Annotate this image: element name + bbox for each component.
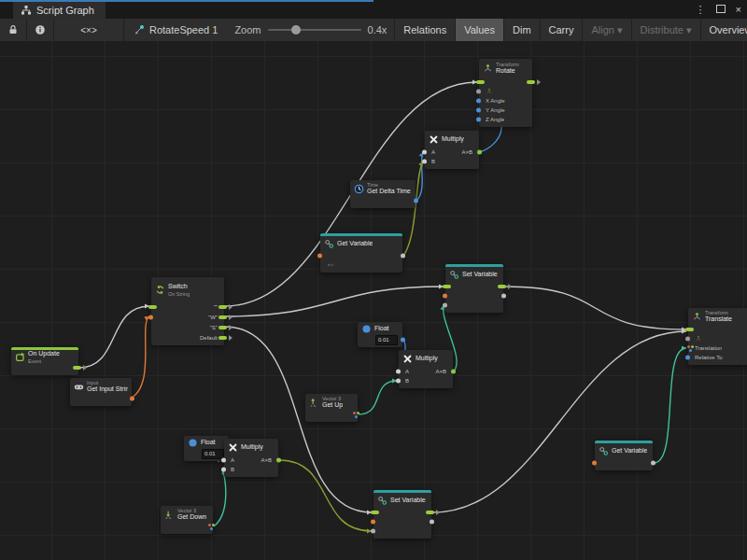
input-port-dot[interactable] [396, 370, 401, 374]
input-port-dot[interactable] [443, 294, 447, 299]
output-port-dot[interactable] [430, 520, 434, 525]
tab-script-graph[interactable]: Script Graph [13, 2, 106, 19]
input-port-dot[interactable] [443, 303, 447, 308]
output-port-vec[interactable] [206, 523, 216, 530]
port-label: A×B [435, 369, 446, 374]
input-port-dot[interactable] [685, 356, 690, 360]
node-get-down[interactable]: Vector 3Get Down [161, 506, 213, 534]
node-get-delta-time[interactable]: TimeGet Delta Time [350, 180, 416, 208]
input-port-dot[interactable] [476, 99, 481, 104]
value-field[interactable]: 0.01 [202, 449, 224, 459]
node-header: InputGet Input String [70, 378, 132, 394]
output-port-dot[interactable] [651, 461, 655, 466]
toolbar-button-overview[interactable]: Overview [701, 19, 747, 41]
node-row [479, 77, 532, 87]
graph-reference[interactable]: RotateSpeed 1 [124, 19, 227, 41]
output-port-flow[interactable] [218, 336, 227, 340]
node-translate[interactable]: TransformTranslateTranslationRelative To [688, 308, 747, 365]
output-port-dot[interactable] [130, 397, 134, 401]
node-row: "W" [151, 312, 224, 322]
output-port-dot[interactable] [401, 338, 405, 343]
node-multiply-mid[interactable]: MultiplyAA×BB [399, 350, 453, 388]
input-port-dot[interactable] [371, 520, 375, 525]
input-port-flow[interactable] [476, 80, 485, 84]
input-port-flow[interactable] [371, 511, 379, 514]
zoom-slider-handle[interactable] [291, 25, 301, 35]
output-port-dot[interactable] [501, 294, 506, 299]
node-multiply-top[interactable]: MultiplyAA×BB [425, 131, 479, 169]
graph-canvas[interactable]: TransformRotateX AngleY AngleZ AngleMult… [0, 41, 747, 560]
input-port-dot[interactable] [317, 254, 322, 259]
window-maximize-icon[interactable] [716, 2, 726, 17]
output-port-flow[interactable] [218, 326, 227, 329]
toolbar-button-relations[interactable]: Relations [395, 19, 456, 41]
value-field[interactable]: 0.01 [375, 335, 398, 345]
node-multiply-bottom[interactable]: MultiplyAA×BB [224, 439, 278, 477]
node-row [320, 251, 402, 260]
code-icon: <×> [80, 25, 97, 35]
output-port-flow[interactable] [527, 80, 535, 84]
input-port-dot[interactable] [476, 108, 481, 113]
node-get-up[interactable]: Vector 3Get Up [305, 394, 358, 422]
output-port-dot[interactable] [276, 458, 281, 463]
flow-chevron-icon [83, 365, 87, 371]
variable-icon [599, 446, 609, 456]
node-set-variable-bottom[interactable]: Set Variable [374, 490, 431, 539]
code-view-button[interactable]: <×> [54, 19, 124, 41]
toolbar-button-dim[interactable]: Dim [504, 19, 541, 41]
node-float-mid[interactable]: Float0.01 [358, 322, 402, 347]
input-port-flow[interactable] [443, 285, 451, 288]
zoom-slider[interactable] [268, 29, 361, 31]
input-port-dot[interactable] [592, 461, 597, 466]
input-port-dot[interactable] [422, 150, 427, 155]
input-port-dot[interactable] [685, 337, 690, 342]
output-port-flow[interactable] [218, 305, 227, 309]
input-port-vec[interactable] [685, 344, 695, 352]
node-title: Get Input String [87, 385, 128, 393]
toolbar-button-values[interactable]: Values [456, 19, 504, 41]
window-close-icon[interactable]: × [736, 2, 741, 17]
input-port-flow[interactable] [685, 328, 694, 331]
node-get-variable-top[interactable]: Get Variable [320, 233, 402, 273]
output-port-dot[interactable] [401, 254, 405, 259]
node-row: 0.01 [184, 449, 229, 458]
output-port-dot[interactable] [477, 150, 482, 155]
port-label: X Angle [486, 98, 505, 104]
input-port-dot[interactable] [371, 529, 375, 534]
port-label: "S" [210, 325, 218, 330]
node-get-input-string[interactable]: InputGet Input String [70, 378, 132, 406]
output-port-flow[interactable] [426, 511, 434, 514]
node-set-variable-mid[interactable]: Set Variable [445, 264, 503, 313]
input-port-dot[interactable] [476, 118, 481, 122]
window-menu-icon[interactable]: ⋮ [696, 2, 706, 17]
node-rotate[interactable]: TransformRotateX AngleY AngleZ Angle [479, 59, 532, 127]
lock-button[interactable] [0, 19, 27, 41]
input-port-flow[interactable] [148, 305, 157, 309]
input-port-dot[interactable] [476, 90, 481, 94]
input-port-dot[interactable] [422, 160, 427, 164]
node-title: Rotate [496, 67, 519, 75]
output-port-dot[interactable] [414, 199, 418, 203]
input-port-dot[interactable] [396, 379, 401, 384]
node-header: Multiply [425, 131, 479, 147]
output-port-vec[interactable] [351, 411, 360, 418]
input-port-dot[interactable] [148, 315, 153, 319]
toolbar-button-carry[interactable]: Carry [541, 19, 584, 41]
node-row: AA×B [399, 367, 453, 376]
output-port-flow[interactable] [218, 315, 227, 319]
output-port-flow[interactable] [73, 366, 81, 370]
info-button[interactable] [27, 19, 54, 41]
node-header: TransformRotate [479, 59, 532, 77]
node-header: Set Variable [374, 493, 431, 508]
node-get-variable-bottom[interactable]: Get Variable [595, 441, 653, 470]
zoom-control: Zoom 0.4x [227, 19, 394, 41]
node-switch[interactable]: SwitchOn String"""W""S"Default [151, 277, 224, 345]
input-port-dot[interactable] [221, 458, 226, 463]
node-header: Get Variable [320, 236, 402, 251]
output-port-dot[interactable] [451, 370, 456, 374]
node-on-update[interactable]: On UpdateEvent [11, 347, 78, 375]
input-port-dot[interactable] [221, 468, 226, 472]
node-title: Get Down [177, 513, 206, 521]
output-port-flow[interactable] [498, 285, 506, 288]
node-row: Default [151, 332, 224, 343]
